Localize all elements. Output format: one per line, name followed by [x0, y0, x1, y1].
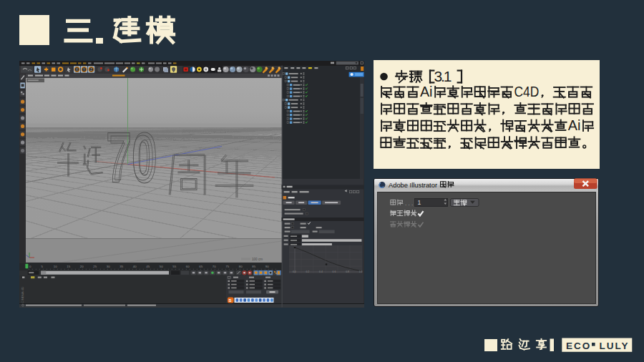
svg-text:40: 40 — [133, 265, 137, 268]
svg-text:35: 35 — [119, 265, 123, 268]
svg-text:45: 45 — [146, 265, 150, 268]
svg-text:85: 85 — [252, 265, 255, 268]
svg-text:1: 1 — [417, 199, 421, 206]
svg-text:0.6: 0.6 — [333, 270, 336, 273]
svg-text:0.2: 0.2 — [306, 270, 310, 273]
svg-text:10: 10 — [54, 265, 57, 268]
svg-text:Z: Z — [90, 68, 92, 72]
svg-text:Adobe Illustrator: Adobe Illustrator — [389, 181, 438, 189]
svg-text:30: 30 — [107, 265, 110, 268]
svg-text:60: 60 — [186, 265, 190, 268]
svg-text:1.0: 1.0 — [359, 270, 363, 273]
svg-text:Ai: Ai — [419, 84, 432, 99]
svg-text:65: 65 — [199, 265, 203, 268]
svg-text:55: 55 — [172, 265, 176, 268]
svg-text:Y: Y — [83, 68, 85, 72]
svg-text:50: 50 — [160, 265, 163, 268]
svg-text:S: S — [229, 298, 232, 303]
svg-text:. . .: . . . — [405, 200, 413, 207]
svg-text:LULY: LULY — [599, 341, 629, 351]
svg-text:75: 75 — [225, 265, 229, 268]
svg-text:15: 15 — [67, 265, 70, 268]
svg-text:5: 5 — [42, 265, 44, 268]
svg-text:0.4: 0.4 — [319, 270, 323, 273]
svg-text:70: 70 — [109, 122, 155, 193]
svg-text:25: 25 — [93, 265, 97, 268]
svg-text:90: 90 — [265, 265, 269, 268]
svg-text:80: 80 — [239, 265, 243, 268]
svg-text:0.0: 0.0 — [293, 270, 296, 273]
svg-text:3.1: 3.1 — [434, 68, 452, 84]
svg-text:CINEMA 4D: CINEMA 4D — [21, 287, 24, 303]
svg-text:0.8: 0.8 — [346, 270, 349, 273]
svg-text:20: 20 — [80, 265, 84, 268]
svg-text:ECO: ECO — [566, 341, 591, 351]
svg-text:0: 0 — [29, 265, 31, 268]
svg-text:C4D: C4D — [514, 84, 539, 99]
svg-text:70: 70 — [213, 265, 216, 268]
svg-text:100 cm: 100 cm — [252, 258, 263, 261]
svg-text:Ai: Ai — [567, 117, 580, 133]
svg-text:X: X — [76, 68, 78, 72]
